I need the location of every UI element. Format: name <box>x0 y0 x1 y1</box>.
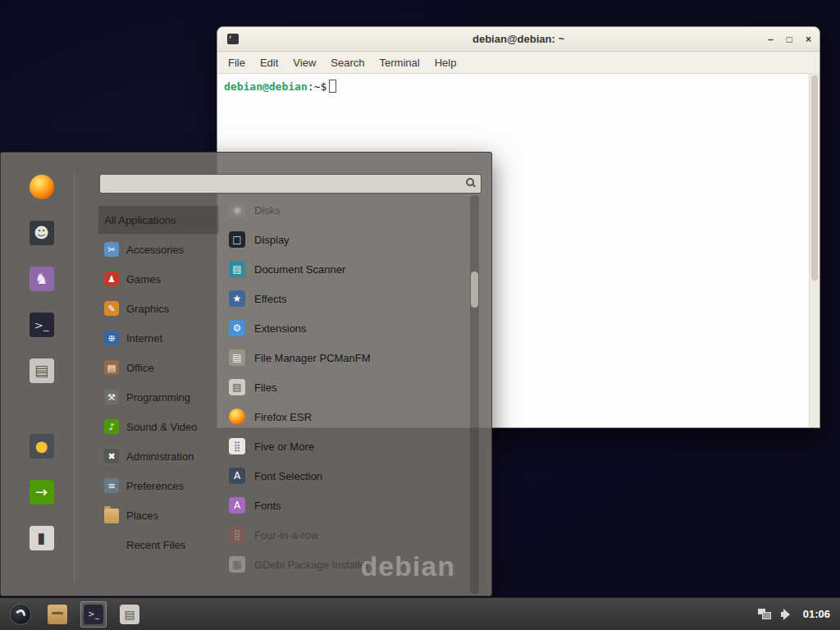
favorite-file-manager[interactable]: ▤ <box>26 356 57 386</box>
firefox-icon <box>30 175 54 199</box>
category-office[interactable]: ▤Office <box>98 353 219 382</box>
category-programming[interactable]: ⚒Programming <box>98 382 219 412</box>
category-games[interactable]: ♟Games <box>98 264 219 294</box>
category-label: Graphics <box>126 303 169 315</box>
menu-help[interactable]: Help <box>427 57 464 69</box>
category-accessories[interactable]: ✂Accessories <box>98 235 219 264</box>
menu-search[interactable]: Search <box>323 57 372 69</box>
terminal-scrollbar-thumb[interactable] <box>811 75 818 281</box>
power-icon: ▮ <box>30 526 54 550</box>
file-cabinet-icon: ▤ <box>30 358 54 383</box>
category-internet[interactable]: ⊕Internet <box>98 323 219 353</box>
terminal-icon: >_ <box>30 313 54 337</box>
app-display[interactable]: □Display <box>224 225 468 254</box>
terminal-window-icon <box>227 34 239 44</box>
prompt-path: :~$ <box>308 80 326 93</box>
logout-icon: → <box>30 480 54 504</box>
app-disks[interactable]: ◉Disks <box>224 195 468 225</box>
close-button[interactable]: × <box>806 27 811 52</box>
category-label: Programming <box>126 391 190 404</box>
app-four-in-a-row[interactable]: ⣿Four-in-a-row <box>224 520 468 550</box>
favorite-terminal[interactable]: >_ <box>26 310 57 340</box>
category-list: All Applications✂Accessories♟Games✎Graph… <box>98 205 219 559</box>
fonts-icon: A <box>229 497 245 514</box>
preferences-icon: ≡ <box>104 478 119 493</box>
favorite-power[interactable]: ▮ <box>26 523 57 553</box>
window-controls: – □ × <box>768 27 811 52</box>
scanner-icon: ▤ <box>229 261 245 277</box>
app-label: Effects <box>254 293 287 305</box>
taskbar-terminal-button[interactable]: >_ <box>80 601 107 628</box>
category-all-applications[interactable]: All Applications <box>98 205 219 235</box>
firefox-icon <box>229 409 245 425</box>
app-label: Four-in-a-row <box>254 529 318 541</box>
mascot-icon: ♞ <box>30 267 54 291</box>
menu-edit[interactable]: Edit <box>253 57 285 69</box>
category-recent-files[interactable]: Recent Files <box>98 530 219 559</box>
favorites-column: ☻♞>_▤●→▮ <box>9 172 75 582</box>
pcmanfm-icon: ▤ <box>229 349 245 366</box>
effects-icon: ★ <box>229 290 245 307</box>
favorite-mascot[interactable]: ♞ <box>26 264 57 294</box>
internet-icon: ⊕ <box>104 331 119 345</box>
favorite-photos[interactable]: ☻ <box>26 218 57 248</box>
disks-icon: ◉ <box>229 202 245 218</box>
app-font-selection[interactable]: AFont Selection <box>224 461 468 491</box>
administration-icon: ✖ <box>104 449 119 463</box>
app-label: Firefox ESR <box>254 411 312 423</box>
clock[interactable]: 01:06 <box>803 608 830 620</box>
application-menu: ☻♞>_▤●→▮ All Applications✂Accessories♟Ga… <box>0 152 492 596</box>
app-effects[interactable]: ★Effects <box>224 284 468 313</box>
sound-video-icon: ♪ <box>104 419 119 434</box>
taskbar: >_▤ 01:06 <box>0 597 840 630</box>
app-extensions[interactable]: ⚙Extensions <box>224 313 468 343</box>
folder-icon <box>104 509 119 523</box>
terminal-icon: >_ <box>84 605 103 624</box>
minimize-button[interactable]: – <box>768 27 774 52</box>
application-list-scrollbar-thumb[interactable] <box>471 272 478 308</box>
category-label: Sound & Video <box>126 421 198 433</box>
category-places[interactable]: Places <box>98 500 219 530</box>
terminal-titlebar[interactable]: debian@debian: ~ – □ × <box>217 27 819 52</box>
volume-icon[interactable] <box>781 609 793 620</box>
application-list-scrollbar[interactable] <box>470 195 479 594</box>
lock-screen-icon: ● <box>30 434 54 459</box>
menu-button[interactable] <box>7 600 34 628</box>
favorite-firefox[interactable] <box>26 172 57 202</box>
app-firefox-esr[interactable]: Firefox ESR <box>224 402 468 431</box>
search-input[interactable] <box>99 174 482 194</box>
app-five-or-more[interactable]: ⣿Five or More <box>224 431 468 461</box>
category-label: Places <box>126 509 158 522</box>
menu-file[interactable]: File <box>221 57 253 69</box>
desktop: debian@debian: ~ – □ × File Edit View Se… <box>0 0 840 630</box>
category-administration[interactable]: ✖Administration <box>98 441 219 471</box>
category-label: Accessories <box>126 244 184 256</box>
taskbar-file-manager-button[interactable] <box>44 601 71 628</box>
app-fonts[interactable]: AFonts <box>224 491 468 520</box>
network-icon[interactable] <box>758 609 771 619</box>
taskbar-files-button[interactable]: ▤ <box>116 601 143 628</box>
category-preferences[interactable]: ≡Preferences <box>98 471 219 500</box>
maximize-button[interactable]: □ <box>787 27 792 52</box>
search-icon <box>466 178 474 186</box>
prompt-user-host: debian@debian <box>224 80 308 93</box>
favorite-lock-screen[interactable]: ● <box>26 431 57 461</box>
app-document-scanner[interactable]: ▤Document Scanner <box>224 254 468 284</box>
category-label: All Applications <box>104 214 176 226</box>
menu-terminal[interactable]: Terminal <box>372 57 427 69</box>
debian-watermark: debian <box>360 550 455 582</box>
app-label: Display <box>254 234 290 246</box>
search-box <box>99 174 482 194</box>
menu-view[interactable]: View <box>285 57 323 69</box>
category-label: Preferences <box>126 480 184 492</box>
app-file-manager-pcmanfm[interactable]: ▤File Manager PCManFM <box>224 343 468 372</box>
games-icon: ♟ <box>104 272 119 286</box>
category-graphics[interactable]: ✎Graphics <box>98 294 219 323</box>
terminal-scrollbar[interactable] <box>809 74 819 427</box>
category-sound-video[interactable]: ♪Sound & Video <box>98 412 219 441</box>
five-or-more-icon: ⣿ <box>229 438 245 454</box>
app-files[interactable]: ▤Files <box>224 372 468 402</box>
programming-icon: ⚒ <box>104 390 119 404</box>
favorite-log-out[interactable]: → <box>26 477 57 507</box>
app-label: GDebi Package Installer <box>254 559 369 571</box>
